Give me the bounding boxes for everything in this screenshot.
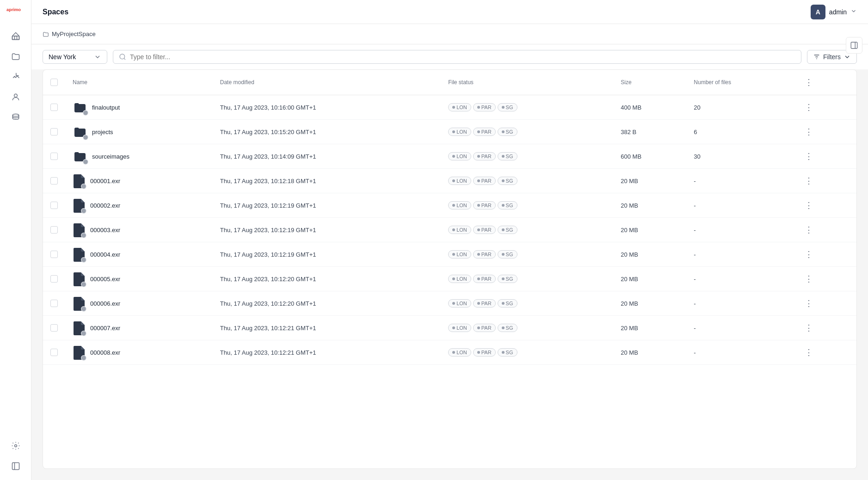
sidebar-item-settings[interactable] xyxy=(7,437,24,454)
status-tags: LON PAR SG xyxy=(448,226,606,234)
table-row: 000005.exr Thu, 17 Aug 2023, 10:12:20 GM… xyxy=(43,267,856,291)
row-more-button[interactable]: ⋮ xyxy=(801,100,817,114)
row-more-button[interactable]: ⋮ xyxy=(801,321,817,335)
status-dot xyxy=(477,302,480,305)
table-row: finaloutput Thu, 17 Aug 2023, 10:16:00 G… xyxy=(43,95,856,120)
row-more-button[interactable]: ⋮ xyxy=(801,345,817,359)
status-dot xyxy=(502,302,505,305)
file-name-cell: 000003.exr xyxy=(73,222,205,237)
breadcrumb-item-space[interactable]: MyProjectSpace xyxy=(43,31,96,37)
page-title: Spaces xyxy=(43,8,68,16)
row-size: 20 MB xyxy=(613,291,686,316)
row-checkbox[interactable] xyxy=(50,128,58,135)
row-more-button[interactable]: ⋮ xyxy=(801,296,817,310)
row-more-button[interactable]: ⋮ xyxy=(801,125,817,139)
sidebar: aprimo xyxy=(0,0,31,480)
row-file-count: - xyxy=(686,267,794,291)
row-more-button[interactable]: ⋮ xyxy=(801,247,817,261)
file-badge xyxy=(81,282,86,287)
row-name: 000005.exr xyxy=(90,276,120,283)
row-more-button[interactable]: ⋮ xyxy=(801,223,817,237)
row-checkbox[interactable] xyxy=(50,202,58,209)
status-dot xyxy=(477,326,480,329)
sidebar-item-users[interactable] xyxy=(7,89,24,105)
status-tag-sg: SG xyxy=(498,299,517,308)
status-tag-sg: SG xyxy=(498,226,517,234)
row-size: 20 MB xyxy=(613,193,686,218)
row-checkbox[interactable] xyxy=(50,177,58,185)
file-icon-wrap xyxy=(73,345,86,360)
file-badge xyxy=(81,184,86,189)
row-checkbox[interactable] xyxy=(50,251,58,258)
row-status: LON PAR SG xyxy=(441,291,613,316)
sidebar-item-storage[interactable] xyxy=(7,109,24,126)
svg-point-22 xyxy=(81,356,86,360)
row-more-button[interactable]: ⋮ xyxy=(801,174,817,188)
row-checkbox[interactable] xyxy=(50,349,58,356)
svg-point-4 xyxy=(14,445,17,447)
row-checkbox[interactable] xyxy=(50,275,58,283)
folder-icon-wrap xyxy=(73,124,87,139)
col-size: Size xyxy=(613,70,686,95)
file-icon-wrap xyxy=(73,247,86,262)
row-date: Thu, 17 Aug 2023, 10:12:21 GMT+1 xyxy=(213,316,441,340)
status-tags: LON PAR SG xyxy=(448,348,606,357)
row-more-button[interactable]: ⋮ xyxy=(801,272,817,286)
file-name-cell: finaloutput xyxy=(73,100,205,115)
status-dot xyxy=(477,106,480,109)
search-input[interactable] xyxy=(130,53,795,61)
row-checkbox[interactable] xyxy=(50,324,58,332)
status-dot xyxy=(502,253,505,256)
row-size: 600 MB xyxy=(613,144,686,169)
sidebar-item-folders[interactable] xyxy=(7,48,24,65)
status-dot xyxy=(452,106,455,109)
sidebar-item-panel-toggle[interactable] xyxy=(7,458,24,474)
row-checkbox[interactable] xyxy=(50,153,58,160)
status-dot xyxy=(477,277,480,280)
breadcrumb-label: MyProjectSpace xyxy=(52,31,96,37)
sidebar-item-home[interactable] xyxy=(7,28,24,44)
col-checkbox xyxy=(43,70,65,95)
status-tag-par: PAR xyxy=(473,128,496,136)
table-more-button[interactable]: ⋮ xyxy=(801,75,817,89)
table-row: projects Thu, 17 Aug 2023, 10:15:20 GMT+… xyxy=(43,120,856,144)
status-tag-sg: SG xyxy=(498,128,517,136)
file-icon-wrap xyxy=(73,198,86,213)
select-all-checkbox[interactable] xyxy=(50,79,58,86)
row-more-button[interactable]: ⋮ xyxy=(801,149,817,163)
row-status: LON PAR SG xyxy=(441,316,613,340)
file-icon-wrap xyxy=(73,222,86,237)
user-menu[interactable]: A admin xyxy=(811,5,857,19)
status-tag-sg: SG xyxy=(498,275,517,283)
file-icon-wrap xyxy=(73,173,86,188)
status-dot xyxy=(502,277,505,280)
svg-point-15 xyxy=(81,184,86,189)
row-checkbox[interactable] xyxy=(50,300,58,307)
status-tags: LON PAR SG xyxy=(448,152,606,160)
row-date: Thu, 17 Aug 2023, 10:12:19 GMT+1 xyxy=(213,218,441,242)
svg-point-7 xyxy=(120,54,125,59)
sidebar-item-activity[interactable] xyxy=(7,68,24,85)
row-file-count: - xyxy=(686,316,794,340)
svg-line-8 xyxy=(124,58,125,60)
right-panel-toggle[interactable] xyxy=(846,37,862,54)
svg-point-17 xyxy=(81,233,86,238)
row-more-button[interactable]: ⋮ xyxy=(801,198,817,212)
row-checkbox[interactable] xyxy=(50,104,58,111)
file-badge xyxy=(81,257,86,263)
row-checkbox[interactable] xyxy=(50,226,58,234)
filter-icon xyxy=(813,53,820,61)
col-name: Name xyxy=(65,70,213,95)
table-row: 000007.exr Thu, 17 Aug 2023, 10:12:21 GM… xyxy=(43,316,856,340)
svg-point-16 xyxy=(81,209,86,213)
search-icon xyxy=(119,53,126,61)
status-tag-lon: LON xyxy=(448,299,471,308)
location-dropdown[interactable]: New York xyxy=(43,50,107,64)
row-date: Thu, 17 Aug 2023, 10:12:21 GMT+1 xyxy=(213,340,441,365)
table-row: 000002.exr Thu, 17 Aug 2023, 10:12:19 GM… xyxy=(43,193,856,218)
file-badge xyxy=(81,331,86,336)
status-tag-lon: LON xyxy=(448,226,471,234)
status-tag-sg: SG xyxy=(498,348,517,357)
status-tag-sg: SG xyxy=(498,177,517,185)
status-tag-lon: LON xyxy=(448,152,471,160)
